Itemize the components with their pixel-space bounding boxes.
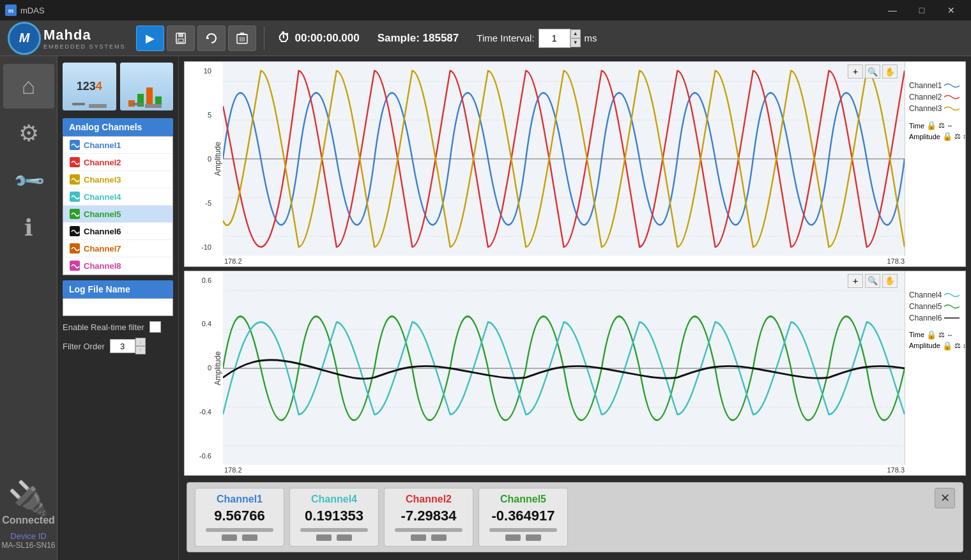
chart-monitor-card[interactable] [120, 63, 174, 110]
channel-item-5[interactable]: Channel5 [63, 206, 172, 223]
interval-down[interactable]: ▼ [570, 38, 581, 47]
foot-left [505, 534, 521, 541]
foot-right [526, 534, 541, 541]
filter-order-up[interactable]: ▲ [135, 338, 146, 346]
legend-channel1: Channel1 [909, 81, 961, 90]
chart1-zoom-in[interactable]: + [848, 64, 863, 79]
svg-rect-4 [178, 39, 183, 42]
channel4-icon [70, 192, 80, 202]
minimize-button[interactable]: — [878, 0, 907, 20]
chart1-legend: Channel1 Channel2 Channel3 Time [905, 62, 965, 256]
chart2-y-mid2: -0.4 [186, 408, 211, 416]
main-layout: ⌂ ⚙ 🔧 ℹ 🔌 Connected Device ID MA-SL16-SN… [0, 56, 971, 560]
chart1-svg [223, 62, 905, 256]
channel7-icon [70, 243, 80, 254]
chart2-y-axis: 0.6 0.4 0 -0.4 -0.6 [185, 271, 213, 465]
filter-order-row: Filter Order ▲ ▼ [63, 338, 173, 354]
log-file-header: Log File Name [63, 280, 173, 298]
chart2-axis-info: Time 🔒 ⚖ ↔ Amplitude 🔒 ⚖ ↕ [909, 330, 961, 351]
chart1-y-mid1: 5 [186, 111, 211, 119]
device-id: MA-SL16-SN16 [1, 541, 55, 550]
chart2-x-axis: 178.2 178.3 [185, 465, 965, 475]
chart2-zoom-in[interactable]: + [848, 274, 863, 288]
channel-item-3[interactable]: Channel3 [63, 171, 172, 188]
channel-item-2[interactable]: Channel2 [63, 154, 172, 171]
interval-input[interactable] [539, 29, 570, 48]
plug-icon: 🔌 [8, 481, 49, 515]
chart1-axis-info: Time 🔒 ⚖ ↔ Amplitude 🔒 ⚖ ↕ [909, 121, 961, 141]
card3-bar [395, 528, 463, 532]
numeric-monitor-card[interactable]: 1234 [63, 63, 116, 110]
chart2-legend: Channel4 Channel5 Channel6 Time [905, 271, 965, 465]
chart2-plot [223, 271, 905, 465]
tools-icon: 🔧 [11, 163, 46, 198]
maximize-button[interactable]: □ [907, 0, 937, 20]
chart1-x-end: 178.3 [887, 257, 905, 265]
chart2-controls: + 🔍 ✋ [848, 274, 898, 288]
card2-label: Channel4 [300, 494, 368, 505]
chart2-pan[interactable]: ✋ [882, 274, 898, 288]
sample-display: Sample: 185587 [378, 32, 459, 45]
channel8-label: Channel8 [84, 261, 121, 271]
filter-checkbox[interactable] [149, 321, 161, 333]
legend-channel3: Channel3 [909, 104, 961, 113]
data-card-channel1: Channel1 9.56766 [195, 488, 284, 547]
channel-list: Channel1 Channel2 Channel3 [63, 136, 173, 275]
close-data-cards-button[interactable]: ✕ [935, 488, 955, 508]
card4-label: Channel5 [489, 494, 557, 505]
chart2-container: + 🔍 ✋ 0.6 0.4 0 -0.4 -0.6 Amplitude [184, 271, 966, 476]
interval-up[interactable]: ▲ [570, 29, 581, 38]
filter-order-input[interactable] [110, 339, 135, 353]
channel3-label: Channel3 [84, 175, 121, 185]
nav-info[interactable]: ℹ [3, 206, 54, 250]
clock-icon: ⏱ [277, 31, 290, 45]
separator-1 [264, 27, 264, 50]
channel-item-8[interactable]: Channel8 [63, 257, 172, 275]
legend-channel4: Channel4 [909, 291, 961, 299]
card1-value: 9.56766 [206, 508, 273, 524]
nav-sidebar: ⌂ ⚙ 🔧 ℹ 🔌 Connected Device ID MA-SL16-SN… [0, 56, 57, 560]
channel6-icon [70, 226, 80, 236]
channel5-icon [70, 209, 80, 219]
legend-channel5: Channel5 [909, 302, 961, 311]
nav-settings[interactable]: ⚙ [3, 111, 54, 156]
interval-spinners: ▲ ▼ [570, 29, 581, 47]
brand-sub: EMBEDDED SYSTEMS [43, 43, 126, 50]
log-file-input[interactable] [63, 298, 173, 316]
logo: M Mahda EMBEDDED SYSTEMS [8, 22, 126, 55]
log-file-section: Log File Name [63, 280, 173, 316]
legend-channel2: Channel2 [909, 93, 961, 102]
channel-item-7[interactable]: Channel7 [63, 240, 172, 257]
info-icon: ℹ [24, 215, 33, 241]
channel4-label: Channel4 [84, 192, 121, 202]
save-button[interactable] [167, 26, 195, 51]
nav-tools[interactable]: 🔧 [3, 158, 54, 203]
brand-name: Mahda [43, 27, 126, 43]
data-card-channel5: Channel5 -0.364917 [478, 488, 568, 547]
delete-button[interactable] [228, 26, 256, 51]
chart1-y-max: 10 [186, 67, 211, 75]
connected-label: Connected [2, 515, 55, 526]
channel-item-6[interactable]: Channel6 [63, 223, 172, 240]
foot-right [431, 534, 447, 541]
app-icon: m [5, 4, 17, 16]
chart2-y-label: Amplitude [213, 271, 223, 465]
foot-right [242, 534, 257, 541]
chart1-y-mid2: -5 [186, 199, 211, 207]
play-button[interactable]: ▶ [136, 26, 164, 51]
channel-item-1[interactable]: Channel1 [63, 137, 172, 154]
chart1-pan[interactable]: ✋ [882, 64, 898, 79]
nav-home[interactable]: ⌂ [3, 64, 54, 109]
chart1-zoom-reset[interactable]: 🔍 [865, 64, 880, 79]
filter-order-down[interactable]: ▼ [135, 346, 146, 354]
card1-feet [206, 534, 273, 541]
filter-row: Enable Real-time filter [63, 321, 173, 333]
chart2-zoom-reset[interactable]: 🔍 [865, 274, 880, 288]
channel-item-4[interactable]: Channel4 [63, 188, 172, 206]
close-button[interactable]: ✕ [937, 0, 966, 20]
card2-feet [300, 534, 368, 541]
refresh-button[interactable] [197, 26, 226, 51]
chart2-y-mid1: 0.4 [186, 320, 211, 328]
chart1-y-label: Amplitude [213, 62, 223, 256]
card4-feet [489, 534, 557, 541]
